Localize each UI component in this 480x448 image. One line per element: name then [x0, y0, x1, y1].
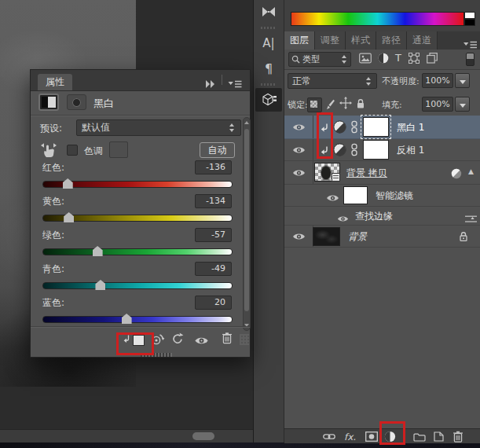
white-swatch[interactable]: [464, 12, 475, 19]
opacity-value[interactable]: 100%: [422, 73, 453, 88]
add-mask-button[interactable]: [365, 431, 378, 442]
color-spectrum-ramp[interactable]: [291, 12, 464, 26]
properties-scrollbar-thumb[interactable]: [244, 129, 249, 311]
layer-row-blackwhite[interactable]: 黑白 1: [284, 116, 480, 139]
yellow-slider-track[interactable]: [42, 215, 233, 222]
layer-styles-button[interactable]: fx.: [344, 431, 356, 442]
scroll-up-icon[interactable]: [244, 121, 249, 124]
visibility-cell[interactable]: [284, 161, 313, 184]
layer-mask-thumbnail[interactable]: [363, 140, 389, 160]
link-layers-button[interactable]: [323, 431, 335, 442]
preset-dropdown[interactable]: 默认值: [76, 119, 241, 136]
horizontal-scrollbar-thumb[interactable]: [192, 432, 214, 440]
new-group-button[interactable]: [413, 431, 426, 442]
tint-checkbox[interactable]: [67, 145, 78, 156]
mask-target-icon[interactable]: [67, 94, 86, 110]
cyan-slider-value[interactable]: -49: [195, 262, 232, 276]
bw-adjustment-icon[interactable]: [38, 94, 59, 111]
layer-name[interactable]: 查找边缘: [355, 211, 393, 222]
layer-thumbnail[interactable]: [314, 163, 340, 182]
eye-icon[interactable]: [326, 191, 339, 206]
cyan-slider-track[interactable]: [42, 282, 233, 289]
filter-type-layers-icon[interactable]: T: [395, 52, 401, 64]
properties-scrollbar[interactable]: [243, 117, 251, 331]
layer-mask-thumbnail[interactable]: [363, 117, 389, 137]
character-panel-icon[interactable]: A|: [254, 33, 284, 53]
eye-icon[interactable]: [292, 232, 306, 241]
reset-adjustment-button[interactable]: [171, 332, 184, 347]
new-layer-button[interactable]: [434, 431, 444, 442]
eye-icon[interactable]: [292, 123, 306, 132]
collapse-panel-icon[interactable]: [205, 76, 216, 91]
green-slider-track[interactable]: [42, 248, 233, 255]
filter-kind-dropdown[interactable]: 类型: [288, 52, 351, 67]
green-slider-value[interactable]: -57: [195, 228, 232, 242]
mask-link-icon[interactable]: [350, 120, 358, 137]
layer-name[interactable]: 反相 1: [397, 145, 424, 156]
layer-name[interactable]: 背景: [348, 231, 367, 242]
eye-icon[interactable]: [292, 168, 306, 178]
panel-menu-icon[interactable]: [228, 76, 242, 91]
black-swatch[interactable]: [464, 19, 475, 26]
red-slider-value[interactable]: -136: [195, 160, 232, 174]
fill-value[interactable]: 100%: [422, 97, 453, 112]
eye-icon[interactable]: [337, 211, 349, 226]
visibility-cell[interactable]: [284, 226, 313, 247]
layer-row-smart-filters[interactable]: 智能滤镜: [284, 185, 480, 207]
blue-slider-value[interactable]: 20: [195, 296, 232, 310]
lock-transparency-icon[interactable]: [307, 97, 322, 112]
yellow-slider-thumb[interactable]: [64, 212, 74, 222]
layer-name[interactable]: 智能滤镜: [376, 190, 413, 201]
layer-row-background[interactable]: 背景: [284, 226, 480, 248]
layer-name[interactable]: 背景 拷贝: [346, 167, 387, 178]
layer-name[interactable]: 黑白 1: [397, 122, 424, 133]
panel-resize-grip[interactable]: [240, 334, 249, 345]
layer-row-find-edges[interactable]: 查找边缘: [284, 207, 480, 226]
yellow-slider-value[interactable]: -134: [195, 194, 232, 208]
tab-layers[interactable]: 图层: [284, 31, 315, 50]
visibility-cell[interactable]: [284, 116, 313, 138]
properties-tab[interactable]: 属性: [38, 74, 72, 90]
red-slider-thumb[interactable]: [63, 178, 73, 189]
smart-filter-icon[interactable]: [451, 167, 462, 182]
visibility-cell[interactable]: [284, 139, 313, 160]
blue-slider-track[interactable]: [42, 316, 233, 323]
delete-layer-button[interactable]: [453, 431, 464, 442]
tab-adjustments[interactable]: 调整: [315, 31, 346, 50]
filter-toggle-switch[interactable]: [466, 53, 475, 66]
3d-panel-icon[interactable]: [255, 88, 282, 112]
green-slider-thumb[interactable]: [93, 246, 103, 256]
layer-thumbnail[interactable]: [313, 227, 340, 246]
smart-filters-collapse-arrow[interactable]: ▲: [468, 167, 474, 175]
visibility-toggle-button[interactable]: [194, 334, 209, 349]
tab-channels[interactable]: 通道: [407, 31, 438, 50]
tint-color-swatch[interactable]: [109, 141, 128, 158]
lock-pixels-icon[interactable]: [324, 98, 335, 113]
lock-all-icon[interactable]: [356, 97, 365, 112]
tab-paths[interactable]: 路径: [376, 31, 407, 50]
layer-row-background-copy[interactable]: 背景 拷贝 ▲: [284, 161, 480, 185]
opacity-dropdown-button[interactable]: [455, 73, 470, 88]
filter-adjustment-layers-icon[interactable]: [378, 53, 389, 67]
targeted-adjustment-tool-icon[interactable]: [38, 141, 59, 163]
red-slider-track[interactable]: [42, 181, 233, 188]
paragraph-panel-icon[interactable]: ¶: [254, 58, 284, 79]
fill-dropdown-button[interactable]: [455, 97, 470, 112]
filter-mask-thumbnail[interactable]: [343, 186, 368, 204]
filter-pixel-layers-icon[interactable]: [359, 53, 372, 67]
filter-shape-layers-icon[interactable]: [409, 53, 420, 67]
auto-button[interactable]: 自动: [200, 142, 235, 158]
filter-smart-objects-icon[interactable]: [427, 53, 438, 67]
mask-link-icon[interactable]: [350, 143, 358, 160]
eye-icon[interactable]: [292, 145, 306, 155]
horizontal-scrollbar[interactable]: [0, 429, 253, 443]
cyan-slider-thumb[interactable]: [95, 280, 105, 290]
lock-position-icon[interactable]: [339, 97, 352, 112]
layer-row-invert[interactable]: 反相 1: [284, 139, 480, 161]
delete-adjustment-button[interactable]: [222, 332, 233, 347]
clone-source-panel-icon[interactable]: [254, 2, 284, 22]
blue-slider-thumb[interactable]: [122, 314, 132, 324]
filter-blend-options-icon[interactable]: [465, 211, 477, 226]
blend-mode-dropdown[interactable]: 正常: [288, 73, 377, 89]
tab-styles[interactable]: 样式: [346, 31, 376, 50]
